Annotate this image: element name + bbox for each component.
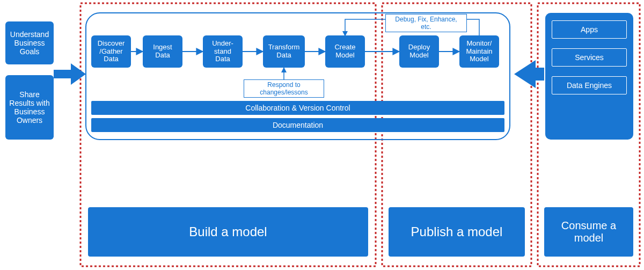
- annotation-respond-to-changes: Respond to changes/lessons: [244, 79, 324, 98]
- step-transform-data: Transform Data: [263, 35, 305, 68]
- consumer-apps: Apps: [552, 20, 627, 39]
- phase-publish-a-model: Publish a model: [389, 207, 525, 257]
- bar-documentation: Documentation: [91, 118, 504, 132]
- step-understand-data: Under-stand Data: [203, 35, 243, 68]
- svg-marker-11: [54, 63, 86, 85]
- phase-build-a-model: Build a model: [88, 207, 368, 257]
- step-monitor-maintain-model: Monitor/ Maintain Model: [459, 35, 499, 68]
- bar-collaboration-version-control: Collaboration & Version Control: [91, 101, 504, 115]
- step-ingest-data: Ingest Data: [143, 35, 182, 68]
- step-create-model: Create Model: [325, 35, 365, 68]
- node-share-results: Share Results with Business Owners: [5, 75, 54, 140]
- consumers-panel: Apps Services Data Engines: [545, 13, 633, 140]
- consumer-data-engines: Data Engines: [552, 76, 627, 94]
- step-discover-gather-data: Discover /Gather Data: [91, 35, 131, 68]
- consumer-services: Services: [552, 48, 627, 67]
- step-deploy-model: Deploy Model: [399, 35, 439, 68]
- phase-consume-a-model: Consume a model: [544, 207, 633, 257]
- node-understand-business-goals: Understand Business Goals: [5, 21, 54, 64]
- annotation-debug-fix-enhance: Debug, Fix, Enhance, etc.: [385, 14, 467, 32]
- svg-marker-12: [514, 60, 544, 88]
